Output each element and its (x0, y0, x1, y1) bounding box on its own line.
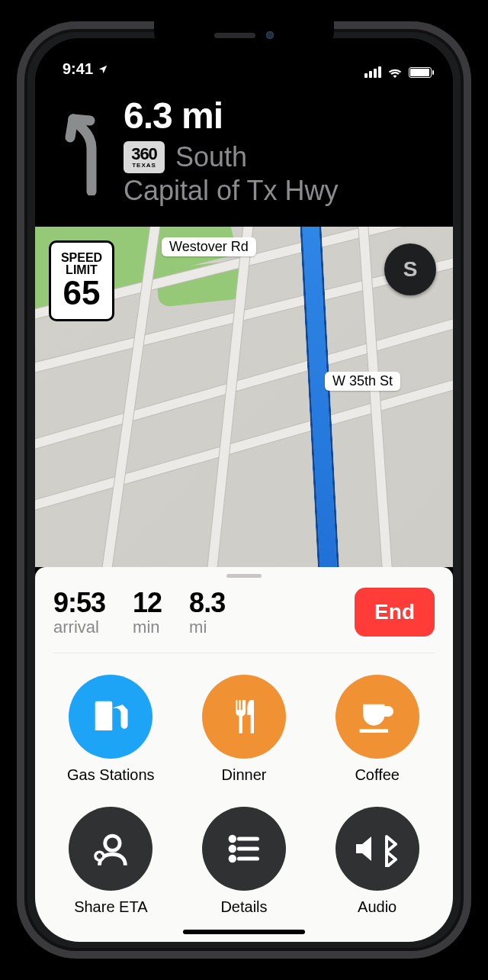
eta-distance-value: 8.3 (189, 587, 225, 619)
share-eta-icon (88, 827, 133, 871)
share-eta-button[interactable]: Share ETA (53, 807, 169, 916)
iphone-frame: 9:41 6.3 mi 360 (17, 21, 471, 959)
details-button[interactable]: Details (187, 807, 302, 916)
route-shield-state: TEXAS (132, 163, 156, 169)
eta-arrival: 9:53 arrival (53, 587, 105, 637)
sheet-grabber[interactable] (226, 574, 262, 578)
nav-direction: South (175, 141, 247, 173)
fuel-pump-icon (90, 696, 131, 737)
svg-point-2 (230, 837, 234, 840)
home-indicator[interactable] (183, 930, 305, 934)
route-shield: 360 TEXAS (124, 141, 165, 173)
speed-limit-label: SPEED (61, 252, 102, 264)
battery-icon (409, 67, 432, 78)
gas-stations-label: Gas Stations (67, 766, 155, 784)
svg-point-0 (105, 836, 120, 850)
notch (154, 21, 334, 49)
details-label: Details (220, 898, 267, 916)
coffee-label: Coffee (355, 766, 400, 784)
dinner-label: Dinner (222, 766, 267, 784)
wifi-icon (387, 66, 403, 78)
coffee-button[interactable]: Coffee (319, 675, 435, 784)
quick-actions-grid: Gas Stations Dinner Coffee (53, 653, 435, 916)
eta-duration-value: 12 (133, 587, 162, 619)
eta-sheet[interactable]: 9:53 arrival 12 min 8.3 mi End (35, 567, 453, 942)
gas-stations-button[interactable]: Gas Stations (53, 675, 169, 784)
eta-summary-row: 9:53 arrival 12 min 8.3 mi End (53, 578, 435, 653)
nav-distance: 6.3 mi (124, 95, 433, 137)
map-route-line (299, 227, 341, 567)
screen: 9:41 6.3 mi 360 (35, 38, 453, 942)
map-street-label: Westover Rd (162, 237, 256, 256)
eta-arrival-value: 9:53 (53, 587, 105, 619)
map-street-label: W 35th St (325, 372, 400, 391)
svg-point-6 (230, 856, 234, 860)
compass-button[interactable]: S (384, 243, 436, 295)
eta-distance: 8.3 mi (189, 587, 225, 637)
location-icon (98, 64, 108, 75)
fork-knife-icon (224, 697, 264, 737)
list-icon (224, 829, 264, 869)
end-route-button[interactable]: End (355, 588, 435, 637)
nav-road-name: Capital of Tx Hwy (124, 175, 433, 207)
nav-direction-panel: 6.3 mi 360 TEXAS South Capital of Tx Hwy (35, 78, 453, 227)
status-time: 9:41 (63, 60, 93, 78)
coffee-cup-icon (356, 695, 399, 738)
cellular-icon (364, 66, 381, 78)
map-viewport[interactable]: SPEED LIMIT 65 Westover Rd W 35th St S (35, 227, 453, 567)
route-shield-number: 360 (131, 146, 157, 163)
speaker-bluetooth-icon (353, 830, 402, 867)
turn-left-icon (55, 95, 113, 207)
audio-button[interactable]: Audio (319, 807, 435, 916)
svg-point-4 (230, 846, 234, 850)
dinner-button[interactable]: Dinner (187, 675, 302, 784)
eta-distance-label: mi (189, 617, 225, 637)
share-eta-label: Share ETA (74, 898, 147, 916)
speed-limit-sign: SPEED LIMIT 65 (49, 240, 114, 321)
audio-label: Audio (358, 898, 396, 916)
eta-arrival-label: arrival (53, 617, 105, 637)
compass-heading: S (403, 257, 418, 282)
map-road (35, 375, 453, 516)
speed-limit-value: 65 (63, 276, 101, 310)
eta-duration: 12 min (133, 587, 162, 637)
eta-duration-label: min (133, 617, 162, 637)
speaker-grille (214, 33, 255, 38)
front-camera (266, 31, 274, 39)
